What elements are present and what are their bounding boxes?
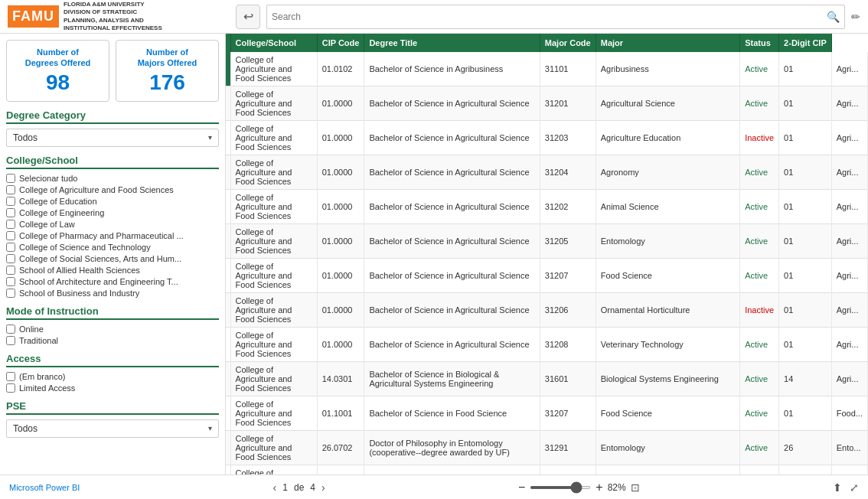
pse-value: Todos (13, 423, 38, 434)
access-section: Access (Em branco)Limited Access (6, 353, 219, 393)
table-cell-r4-c6: 01 (779, 190, 832, 224)
table-row: College of Agriculture and Food Sciences… (226, 190, 868, 224)
table-cell-r4-c1: 01.0000 (317, 190, 364, 224)
table-cell-r0-c7: Agri... (831, 52, 867, 86)
table-cell-r2-c4: Agriculture Education (596, 121, 739, 155)
access-item-1[interactable]: Limited Access (6, 383, 219, 393)
share-button[interactable]: ⬆ (833, 481, 842, 494)
table-cell-r4-c7: Agri... (831, 190, 867, 224)
college-item-1[interactable]: College of Agriculture and Food Sciences (6, 185, 219, 194)
access-checkbox-0[interactable] (6, 372, 15, 381)
college-item-8[interactable]: School of Allied Health Sciences (6, 266, 219, 275)
table-cell-r8-c7: Agri... (831, 328, 867, 362)
college-checkbox-7[interactable] (6, 254, 15, 263)
college-checkbox-2[interactable] (6, 197, 15, 206)
table-cell-r0-c6: 01 (779, 52, 832, 86)
footer-left: Microsoft Power BI (9, 483, 80, 492)
zoom-area: − + 82% ⊡ (518, 481, 640, 494)
prev-page-button[interactable]: ‹ (273, 481, 277, 494)
majors-label: Number of Majors Offered (124, 47, 210, 69)
col-header-1: CIP Code (317, 34, 364, 52)
powerbi-link[interactable]: Microsoft Power BI (9, 483, 80, 492)
college-item-3[interactable]: College of Engineering (6, 208, 219, 217)
degree-category-value: Todos (13, 132, 38, 143)
table-row: College of Agriculture and Food Sciences… (226, 293, 868, 328)
access-checkbox-1[interactable] (6, 383, 15, 393)
table-cell-r8-c2: Bachelor of Science in Agricultural Scie… (364, 328, 540, 362)
mode-item-0[interactable]: Online (6, 325, 219, 334)
college-checkbox-5[interactable] (6, 231, 15, 240)
college-item-4[interactable]: College of Law (6, 220, 219, 229)
college-item-5[interactable]: College of Pharmacy and Pharmaceutical .… (6, 231, 219, 240)
pse-dropdown[interactable]: Todos ▾ (6, 419, 219, 438)
table-cell-r2-c0: College of Agriculture and Food Sciences (230, 121, 317, 155)
table-cell-r8-c0: College of Agriculture and Food Sciences (230, 328, 317, 362)
search-bar: 🔍 (266, 5, 845, 29)
back-button[interactable]: ↩ (236, 5, 260, 29)
table-wrapper[interactable]: College/SchoolCIP CodeDegree TitleMajor … (226, 34, 868, 475)
table-cell-r11-c2: Doctor of Philosophy in Entomology (coop… (364, 431, 540, 465)
header: FAMU FLORIDA A&M UNIVERSITY DIVISION OF … (0, 0, 868, 34)
table-cell-r3-c3: 31204 (540, 155, 596, 190)
table-cell-r6-c0: College of Agriculture and Food Sciences (230, 259, 317, 293)
access-item-0[interactable]: (Em branco) (6, 372, 219, 381)
table-cell-r7-c6: 01 (779, 293, 832, 328)
table-cell-r7-c0: College of Agriculture and Food Sciences (230, 293, 317, 328)
sidebar: Number of Degrees Offered 98 Number of M… (0, 34, 226, 475)
org-name: FLORIDA A&M UNIVERSITY DIVISION OF STRAT… (64, 1, 162, 33)
degree-category-dropdown[interactable]: Todos ▾ (6, 129, 219, 147)
table-cell-r5-c0: College of Agriculture and Food Sciences (230, 224, 317, 259)
footer-icons: ⬆ ⤢ (833, 481, 859, 494)
college-checkbox-4[interactable] (6, 220, 15, 229)
stats-row: Number of Degrees Offered 98 Number of M… (6, 40, 219, 102)
table-cell-r5-c4: Entomology (596, 224, 739, 259)
logo-area: FAMU FLORIDA A&M UNIVERSITY DIVISION OF … (8, 1, 230, 33)
college-item-9[interactable]: School of Architecture and Engineering T… (6, 277, 219, 286)
fit-screen-button[interactable]: ⊡ (631, 481, 640, 494)
mode-checkbox-1[interactable] (6, 336, 15, 345)
main-layout: Number of Degrees Offered 98 Number of M… (0, 34, 868, 475)
college-item-6[interactable]: College of Science and Technology (6, 243, 219, 252)
table-cell-r7-c7: Agri... (831, 293, 867, 328)
table-cell-r0-c5: Active (740, 52, 779, 86)
search-icon-button[interactable]: 🔍 (827, 11, 840, 23)
mode-item-1[interactable]: Traditional (6, 336, 219, 345)
table-cell-r6-c7: Agri... (831, 259, 867, 293)
table-cell-r9-c2: Bachelor of Science in Biological & Agri… (364, 362, 540, 396)
table-row: College of Agriculture and Food Sciences… (226, 86, 868, 121)
table-cell-r4-c2: Bachelor of Science in Agricultural Scie… (364, 190, 540, 224)
degrees-stat: Number of Degrees Offered 98 (6, 40, 109, 102)
table-cell-r10-c6: 01 (779, 396, 832, 431)
college-checkbox-10[interactable] (6, 289, 15, 298)
table-content: College/SchoolCIP CodeDegree TitleMajor … (226, 34, 868, 475)
college-label-7: College of Social Sciences, Arts and Hum… (19, 254, 181, 263)
college-item-10[interactable]: School of Business and Industry (6, 289, 219, 298)
zoom-slider[interactable] (530, 486, 591, 489)
expand-button[interactable]: ⤢ (850, 481, 859, 494)
table-cell-r5-c1: 01.0000 (317, 224, 364, 259)
table-cell-r12-c5: Active (740, 465, 779, 475)
table-cell-r10-c1: 01.1001 (317, 396, 364, 431)
college-checkbox-1[interactable] (6, 185, 15, 194)
college-checkbox-3[interactable] (6, 208, 15, 217)
search-input[interactable] (272, 11, 827, 22)
chevron-down-icon: ▾ (208, 133, 212, 142)
college-checkbox-9[interactable] (6, 277, 15, 286)
pse-title: PSE (6, 400, 219, 415)
page-total: 4 (310, 482, 315, 493)
college-item-7[interactable]: College of Social Sciences, Arts and Hum… (6, 254, 219, 263)
table-cell-r8-c4: Veterinary Technology (596, 328, 739, 362)
mode-label-0: Online (19, 325, 44, 334)
eraser-button[interactable]: ✏ (851, 11, 860, 23)
college-checkbox-0[interactable] (6, 174, 15, 183)
table-cell-r3-c7: Agri... (831, 155, 867, 190)
mode-checkbox-0[interactable] (6, 325, 15, 334)
college-item-2[interactable]: College of Education (6, 197, 219, 206)
table-cell-r4-c4: Animal Science (596, 190, 739, 224)
data-table: College/SchoolCIP CodeDegree TitleMajor … (226, 34, 868, 475)
college-item-0[interactable]: Selecionar tudo (6, 174, 219, 183)
college-checkbox-8[interactable] (6, 266, 15, 275)
table-cell-r2-c2: Bachelor of Science in Agricultural Scie… (364, 121, 540, 155)
next-page-button[interactable]: › (321, 481, 325, 494)
college-checkbox-6[interactable] (6, 243, 15, 252)
